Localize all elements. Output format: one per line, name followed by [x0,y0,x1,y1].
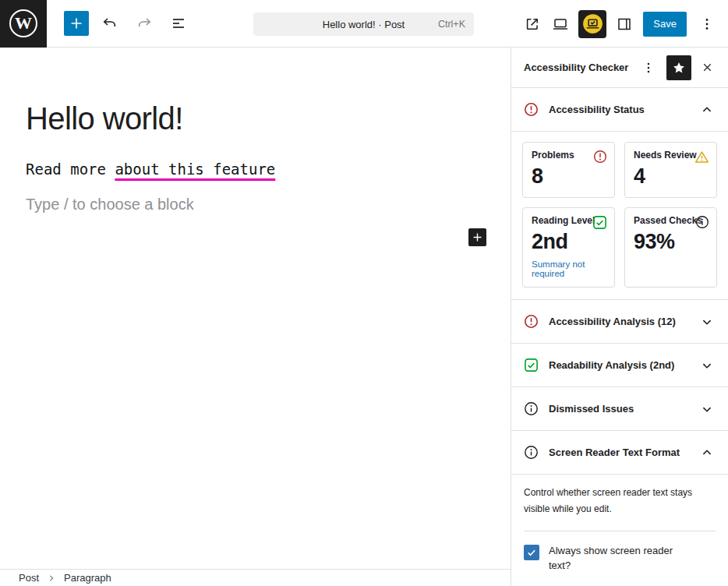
check-icon [526,547,537,558]
paragraph-block[interactable]: Read more about this feature [26,161,511,178]
view-post-button[interactable] [519,11,546,37]
always-show-screen-reader-checkbox[interactable] [524,545,539,560]
check-square-icon [592,215,607,230]
undo-button[interactable] [97,10,123,37]
wordpress-logo-icon: W [9,9,37,37]
pin-sidebar-button[interactable] [666,55,691,80]
needs-review-count: 4 [634,164,708,189]
save-button[interactable]: Save [643,12,687,37]
close-sidebar-button[interactable] [695,56,719,79]
alert-circle-icon [524,102,539,117]
empty-block-placeholder[interactable]: Type / to choose a block [26,196,511,214]
chevron-up-icon [698,101,716,118]
preview-device-button[interactable] [547,11,574,37]
redo-button[interactable] [131,10,157,37]
screen-reader-description: Control whether screen reader text stays… [524,485,716,517]
chevron-down-icon [698,357,716,374]
document-command-bar[interactable]: Hello world! · Post Ctrl+K [253,12,474,36]
sidebar-panel-icon [615,15,634,34]
alert-circle-icon [593,150,607,164]
accessibility-checker-sidebar: Accessibility Checker Accessibility Stat… [511,48,728,586]
sidebar-options-button[interactable] [638,57,659,79]
screen-reader-checkbox-row: Always show screen reader text? [524,544,716,586]
breadcrumb-current-block: Paragraph [64,572,111,584]
star-icon [672,61,686,75]
section-accessibility-analysis[interactable]: Accessibility Analysis (12) [511,300,728,344]
section-label: Accessibility Analysis (12) [549,316,676,327]
warning-triangle-icon [694,150,709,164]
screen-reader-panel: Control whether screen reader text stays… [511,475,728,586]
checkbox-label[interactable]: Always show screen reader text? [549,544,685,574]
document-title: Hello world! · Post [323,19,405,30]
chevron-down-icon [698,401,716,418]
block-breadcrumb: Post Paragraph [0,569,511,586]
plus-icon [471,231,484,244]
kebab-menu-icon [698,15,716,34]
redo-icon [135,14,154,33]
add-block-button[interactable] [468,228,486,246]
section-screen-reader-text-format[interactable]: Screen Reader Text Format [511,431,728,475]
editor-canvas: Hello world! Read more about this featur… [0,48,511,569]
list-view-icon [169,14,188,33]
kebab-menu-icon [640,59,657,76]
chevron-down-icon [698,313,716,330]
sidebar-header: Accessibility Checker [511,48,728,88]
section-readability-analysis[interactable]: Readability Analysis (2nd) [511,344,728,387]
external-link-icon [523,15,542,34]
options-menu-button[interactable] [694,11,720,37]
plus-icon [68,15,85,32]
settings-sidebar-toggle-button[interactable] [611,11,638,37]
accessibility-checker-icon [582,13,603,34]
paragraph-link[interactable]: about this feature [115,161,275,178]
reading-level-value: 2nd [532,230,606,254]
undo-icon [101,14,119,33]
toolbar-right-tools: Save [519,0,720,48]
section-label: Readability Analysis (2nd) [549,359,674,371]
problems-card: Problems 8 [522,142,615,198]
wordpress-block-editor: W Hello world! · Post Ctrl+K [0,0,728,586]
block-inserter-toggle-button[interactable] [64,11,89,36]
passed-checks-card: Passed Checks 93% [624,207,717,288]
summary-not-required-link[interactable]: Summary not required [532,259,606,278]
breadcrumb-post[interactable]: Post [19,572,39,584]
post-title-block[interactable]: Hello world! [26,101,511,136]
reading-level-card: Reading Level 2nd Summary not required [522,207,615,288]
needs-review-card: Needs Review 4 [624,142,717,198]
section-dismissed-issues[interactable]: Dismissed Issues [511,387,728,431]
editor-top-bar: W Hello world! · Post Ctrl+K [0,0,728,48]
check-square-icon [524,358,539,372]
passed-checks-value: 93% [634,230,708,254]
chevron-up-icon [698,444,716,461]
command-shortcut: Ctrl+K [438,19,465,30]
document-overview-button[interactable] [165,10,192,37]
section-label: Screen Reader Text Format [549,447,680,458]
accessibility-checker-toggle-button[interactable] [578,10,606,38]
problems-count: 8 [532,164,606,189]
wordpress-admin-button[interactable]: W [0,0,47,48]
sidebar-title: Accessibility Checker [524,62,628,73]
toolbar-left-tools [64,10,192,37]
divider [524,531,716,531]
chevron-right-icon [46,573,57,584]
section-label: Dismissed Issues [549,403,634,415]
info-circle-icon [695,215,709,229]
section-label: Accessibility Status [549,104,645,115]
info-circle-icon [524,401,539,416]
section-accessibility-status[interactable]: Accessibility Status [511,88,728,132]
close-icon [701,61,714,74]
alert-circle-icon [524,314,539,329]
paragraph-text: Read more [26,161,115,178]
laptop-icon [551,15,570,34]
info-circle-icon [524,445,539,460]
status-cards: Problems 8 Needs Review 4 Reading Level … [511,132,728,300]
